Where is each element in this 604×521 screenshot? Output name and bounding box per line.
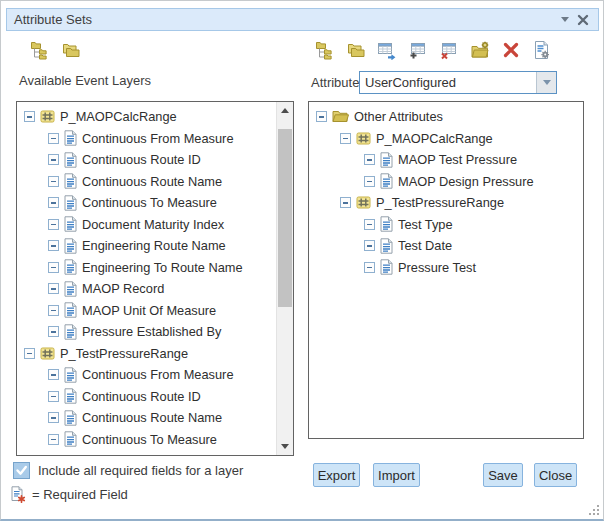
scrollbar-thumb[interactable] — [278, 129, 292, 307]
tree-item[interactable]: Pressure Established By — [17, 321, 276, 343]
tree-item[interactable]: Pressure Test — [309, 257, 583, 279]
tree-collapse-toggle[interactable] — [364, 176, 375, 187]
tree-collapse-toggle[interactable] — [48, 154, 59, 165]
tree-item-label: P_TestPressureRange — [376, 195, 504, 210]
field-icon — [380, 238, 393, 254]
tree-collapse-toggle[interactable] — [48, 283, 59, 294]
new-attribute-group-button[interactable] — [470, 40, 490, 60]
tree-collapse-toggle[interactable] — [48, 305, 59, 316]
export-button[interactable]: Export — [313, 463, 360, 487]
dialog-title: Attribute Sets — [7, 12, 556, 27]
tree-collapse-toggle[interactable] — [24, 348, 35, 359]
tree-collapse-toggle[interactable] — [364, 219, 375, 230]
save-button[interactable]: Save — [483, 463, 523, 487]
tree-item[interactable]: Document Maturity Index — [17, 214, 276, 236]
tree-collapse-toggle[interactable] — [24, 111, 35, 122]
dropdown-arrow-icon — [561, 17, 569, 22]
tree-item[interactable]: MAOP Unit Of Measure — [17, 300, 276, 322]
tree-item[interactable]: Other Attributes — [309, 106, 583, 128]
tree-collapse-toggle[interactable] — [340, 133, 351, 144]
tree-collapse-toggle[interactable] — [340, 197, 351, 208]
tree-item[interactable]: Continuous From Measure — [17, 364, 276, 386]
tree-collapse-toggle[interactable] — [48, 369, 59, 380]
tree-item[interactable]: Continuous To Measure — [17, 192, 276, 214]
tree-collapse-toggle[interactable] — [48, 176, 59, 187]
tree-collapse-toggle[interactable] — [364, 240, 375, 251]
titlebar: Attribute Sets — [6, 8, 599, 31]
scrollbar[interactable] — [276, 102, 293, 455]
import-button[interactable]: Import — [373, 463, 420, 487]
tree-collapse-toggle[interactable] — [48, 197, 59, 208]
tree-item[interactable]: Engineering To Route Name — [17, 257, 276, 279]
tree-item[interactable]: P_TestPressureRange — [309, 192, 583, 214]
field-icon — [64, 216, 77, 232]
expand-attribute-set-button[interactable] — [315, 40, 335, 60]
tree-item[interactable]: Test Date — [309, 235, 583, 257]
tree-item[interactable]: Continuous Route ID — [17, 149, 276, 171]
event-layer-icon — [356, 131, 371, 146]
field-icon — [380, 259, 393, 275]
tree-item[interactable]: Continuous From Measure — [17, 128, 276, 150]
tree-collapse-toggle[interactable] — [48, 326, 59, 337]
titlebar-menu-button[interactable] — [556, 11, 574, 29]
tree-item[interactable]: MAOP Design Pressure — [309, 171, 583, 193]
attribute-set-properties-button[interactable] — [532, 40, 552, 60]
tree-collapse-toggle[interactable] — [48, 391, 59, 402]
tree-item-label: MAOP Design Pressure — [398, 174, 534, 189]
field-icon — [64, 388, 77, 404]
add-event-layer-to-set-button[interactable] — [377, 40, 397, 60]
tree-collapse-toggle[interactable] — [48, 219, 59, 230]
tree-item-label: Continuous From Measure — [82, 367, 234, 382]
collapse-attribute-set-button[interactable] — [346, 40, 366, 60]
tree-collapse-toggle[interactable] — [48, 434, 59, 445]
folders-icon — [346, 40, 366, 60]
field-icon — [64, 431, 77, 447]
field-icon — [64, 173, 77, 189]
tree-collapse-toggle[interactable] — [48, 133, 59, 144]
tree-item[interactable]: MAOP Test Pressure — [309, 149, 583, 171]
tree-item[interactable]: P_TestPressureRange — [17, 343, 276, 365]
scroll-up-button[interactable] — [277, 102, 293, 119]
resize-grip-icon[interactable] — [587, 503, 599, 515]
attribute-set-combobox[interactable]: UserConfigured — [359, 71, 557, 94]
tree-collapse-toggle[interactable] — [48, 240, 59, 251]
tree-collapse-toggle[interactable] — [364, 154, 375, 165]
tree-item-label: P_MAOPCalcRange — [376, 131, 493, 146]
tree-item[interactable]: Continuous Route ID — [17, 386, 276, 408]
remove-item-button[interactable] — [501, 40, 521, 60]
tree-collapse-toggle[interactable] — [316, 111, 327, 122]
tree-item-label: Continuous Route Name — [82, 410, 222, 425]
tree-item[interactable]: MAOP Record — [17, 278, 276, 300]
collapse-event-layers-button[interactable] — [61, 40, 81, 60]
tree-item[interactable]: P_MAOPCalcRange — [309, 128, 583, 150]
folder-new-icon — [470, 40, 490, 60]
tree-item-label: Test Type — [398, 217, 453, 232]
delete-x-icon — [501, 40, 521, 60]
arrow-down-icon — [281, 444, 289, 449]
tree-item[interactable]: Continuous Route Name — [17, 407, 276, 429]
combo-dropdown-button[interactable] — [536, 72, 556, 93]
tree-item[interactable]: Continuous Route Name — [17, 171, 276, 193]
close-button[interactable]: Close — [534, 463, 577, 487]
scroll-down-button[interactable] — [277, 438, 293, 455]
titlebar-close-button[interactable] — [574, 11, 592, 29]
tree-item-label: Pressure Test — [398, 260, 476, 275]
tree-collapse-toggle[interactable] — [48, 412, 59, 423]
expand-event-layers-button[interactable] — [30, 40, 50, 60]
tree-item[interactable]: Engineering Route Name — [17, 235, 276, 257]
new-attribute-set-button[interactable] — [408, 40, 428, 60]
folder-open-icon — [332, 110, 349, 123]
tree-item[interactable]: Continuous To Measure — [17, 429, 276, 451]
tree-item[interactable]: Test Type — [309, 214, 583, 236]
toolbar-left — [30, 40, 81, 60]
field-icon — [380, 173, 393, 189]
tree-item[interactable]: P_MAOPCalcRange — [17, 106, 276, 128]
tree-collapse-toggle[interactable] — [364, 262, 375, 273]
field-icon — [64, 238, 77, 254]
include-required-checkbox[interactable] — [13, 462, 30, 479]
attribute-set-value: UserConfigured — [360, 75, 536, 90]
delete-attribute-set-button[interactable] — [439, 40, 459, 60]
tree-item-label: Continuous To Measure — [82, 195, 217, 210]
field-icon — [64, 259, 77, 275]
tree-collapse-toggle[interactable] — [48, 262, 59, 273]
